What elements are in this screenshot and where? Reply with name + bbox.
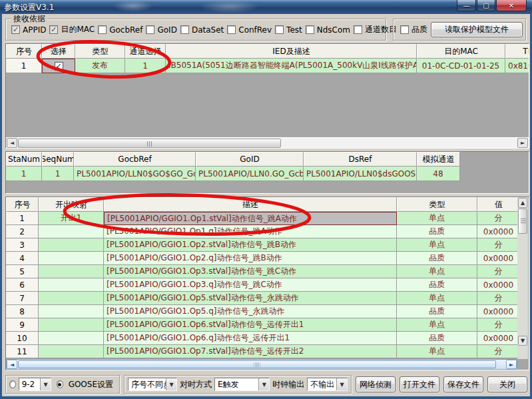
scroll-right-icon[interactable]: ► [517, 138, 528, 148]
row-index-cell[interactable]: 6 [6, 278, 39, 292]
maximize-button[interactable]: ▢ [477, 0, 495, 11]
type-cell[interactable]: 品质 [397, 332, 477, 345]
output-mapping-cell[interactable] [39, 225, 104, 238]
scroll-left-icon[interactable]: ◄ [7, 360, 17, 369]
row-select-checkbox[interactable]: ✓ [55, 62, 63, 71]
value-cell[interactable]: 分 [477, 212, 519, 225]
row-index-cell[interactable]: 4 [6, 252, 39, 265]
type-cell[interactable]: 品质 [397, 305, 477, 318]
select-cell[interactable]: ✓ [42, 59, 75, 73]
output-table-hscroll-thumb[interactable] [18, 360, 496, 368]
description-cell[interactable]: [PL5001APIO/GGIO1.Op5.q]动作信号_永跳动作 [104, 305, 397, 318]
gocb-table-row[interactable]: 11PL5001APIO/LLN0$GO$GO_Gcb1PL5001APIO/L… [6, 167, 529, 181]
description-cell[interactable]: [PL5001APIO/GGIO1.Op3.q]动作信号_跳C动作 [104, 278, 397, 292]
output-table-vscroll-track[interactable] [517, 234, 528, 335]
output-mapping-cell[interactable] [39, 265, 104, 278]
network-detect-button[interactable]: 网络侦测 [356, 376, 396, 392]
description-cell[interactable]: [PL5001APIO/GGIO1.Op1.stVal]动作信号_跳A动作 [104, 212, 397, 225]
chevron-down-icon[interactable]: ▼ [336, 378, 347, 390]
output-table-row-1[interactable]: 1开出1[PL5001APIO/GGIO1.Op1.stVal]动作信号_跳A动… [6, 212, 519, 225]
tpid-cell[interactable]: 0x8100 [505, 59, 529, 73]
output-mapping-cell[interactable] [39, 238, 104, 252]
row-index-cell[interactable]: 7 [6, 292, 39, 305]
description-cell[interactable]: [PL5001APIO/GGIO1.Op2.stVal]动作信号_跳B动作 [104, 238, 397, 252]
type-cell[interactable]: 单点 [397, 318, 477, 332]
description-cell[interactable]: [PL5001APIO/GGIO1.Op6.stVal]动作信号_远传开出1 [104, 318, 397, 332]
type-cell[interactable]: 品质 [397, 225, 477, 238]
value-cell[interactable]: 0x0000 [477, 225, 519, 238]
output-table-row-11[interactable]: 11[PL5001APIO/GGIO1.Op7.stVal]动作信号_远传开出2… [6, 345, 519, 358]
close-dialog-button[interactable]: 关闭 [487, 376, 527, 392]
row-index-cell[interactable]: 8 [6, 305, 39, 318]
description-cell[interactable]: [PL5001APIO/GGIO1.Op5.stVal]动作信号_永跳动作 [104, 292, 397, 305]
output-table-row-8[interactable]: 8[PL5001APIO/GGIO1.Op5.q]动作信号_永跳动作品质0x00… [6, 305, 519, 318]
row-index-cell[interactable]: 2 [6, 225, 39, 238]
row-index-cell[interactable]: 1 [6, 59, 42, 73]
checkbox-DataSet[interactable] [180, 25, 189, 34]
output-mapping-cell[interactable] [39, 318, 104, 332]
output-mapping-cell[interactable] [39, 305, 104, 318]
goose-radio[interactable] [57, 380, 63, 388]
value-cell[interactable]: 分 [477, 345, 519, 358]
value-cell[interactable]: 分 [477, 318, 519, 332]
type-cell[interactable]: 单点 [397, 292, 477, 305]
output-table-row-5[interactable]: 5[PL5001APIO/GGIO1.Op3.stVal]动作信号_跳C动作单点… [6, 265, 519, 278]
output-table-row-4[interactable]: 4[PL5001APIO/GGIO1.Op2.q]动作信号_跳B动作品质0x00… [6, 252, 519, 265]
scroll-down-icon[interactable]: ▼ [518, 336, 527, 346]
read-model-button[interactable]: 读取保护模型文件 [431, 22, 523, 37]
checkbox-GocbRef[interactable] [98, 25, 107, 34]
chevron-down-icon[interactable]: ▼ [40, 378, 51, 390]
mode-92-radio[interactable] [9, 380, 16, 388]
description-cell[interactable]: [PL5001APIO/GGIO1.Op1.q]动作信号_跳A动作 [104, 225, 397, 238]
gocb-cell[interactable]: PL5001APIO/LLN0$dsGOOSE1 [304, 167, 417, 181]
ied-description-cell[interactable]: IB5051A(5051边断路器智能终端A(PL5001A_500kV山泉I线路… [166, 59, 417, 73]
gocb-cell[interactable]: PL5001APIO/LLN0$GO$GO_Gcb1 [74, 167, 196, 181]
value-cell[interactable]: 0x0000 [477, 252, 519, 265]
output-table-row-2[interactable]: 2[PL5001APIO/GGIO1.Op1.q]动作信号_跳A动作品质0x00… [6, 225, 519, 238]
save-file-button[interactable]: 保存文件 [443, 376, 483, 392]
scroll-left-icon[interactable]: ◄ [7, 138, 17, 148]
output-table-row-9[interactable]: 9[PL5001APIO/GGIO1.Op6.stVal]动作信号_远传开出1单… [6, 318, 519, 332]
row-index-cell[interactable]: 10 [6, 332, 39, 345]
type-cell[interactable]: 单点 [397, 265, 477, 278]
timesync-select[interactable]: E触发 ▼ [214, 378, 270, 391]
gocb-cell[interactable]: 1 [6, 167, 42, 181]
type-cell[interactable]: 发布 [75, 59, 125, 73]
value-cell[interactable]: 0x0000 [477, 278, 519, 292]
description-cell[interactable]: [PL5001APIO/GGIO1.Op2.q]动作信号_跳B动作 [104, 252, 397, 265]
output-mapping-cell[interactable] [39, 252, 104, 265]
mac-cell[interactable]: 01-0C-CD-01-01-25 [417, 59, 505, 73]
row-index-cell[interactable]: 9 [6, 318, 39, 332]
value-cell[interactable]: 0x0000 [477, 332, 519, 345]
output-table-vscroll-thumb[interactable] [518, 208, 527, 234]
gocb-cell[interactable]: 1 [42, 167, 74, 181]
output-mapping-cell[interactable] [39, 278, 104, 292]
value-cell[interactable]: 分 [477, 238, 519, 252]
minimize-button[interactable]: — [457, 0, 476, 11]
checkbox-GoID[interactable] [146, 25, 154, 34]
gocb-cell[interactable]: PL5001APIO/LLN0.GO_Gcb1 [196, 167, 304, 181]
clock-output-select[interactable]: 不输出 ▼ [307, 378, 348, 391]
close-button[interactable]: ✕ [496, 0, 527, 11]
description-cell[interactable]: [PL5001APIO/GGIO1.Op6.q]动作信号_远传开出1 [104, 332, 397, 345]
channel-cell[interactable]: 1 [125, 59, 166, 73]
type-cell[interactable]: 单点 [397, 345, 477, 358]
ied-table-hscrollbar[interactable]: ◄ ► [6, 137, 529, 148]
ied-table-row[interactable]: 1✓发布1IB5051A(5051边断路器智能终端A(PL5001A_500kV… [6, 59, 529, 73]
output-mapping-cell[interactable] [39, 292, 104, 305]
scroll-right-icon[interactable]: ► [506, 360, 517, 369]
row-index-cell[interactable]: 11 [6, 345, 39, 358]
chevron-down-icon[interactable]: ▼ [166, 378, 176, 390]
type-cell[interactable]: 品质 [397, 252, 477, 265]
seq-select[interactable]: 序号不同步 ▼ [128, 378, 177, 391]
mode-select[interactable]: 9-2 ▼ [19, 378, 51, 391]
description-cell[interactable]: [PL5001APIO/GGIO1.Op7.stVal]动作信号_远传开出2 [104, 345, 397, 358]
output-table-row-6[interactable]: 6[PL5001APIO/GGIO1.Op3.q]动作信号_跳C动作品质0x00… [6, 278, 519, 292]
type-cell[interactable]: 品质 [397, 278, 477, 292]
checkbox-目的MAC[interactable]: ✓ [49, 25, 58, 34]
type-cell[interactable]: 单点 [397, 238, 477, 252]
row-index-cell[interactable]: 3 [6, 238, 39, 252]
output-table-vscrollbar[interactable]: ▲ ▼ [517, 197, 528, 359]
scroll-up-icon[interactable]: ▲ [518, 198, 527, 208]
value-cell[interactable]: 0x0000 [477, 305, 519, 318]
